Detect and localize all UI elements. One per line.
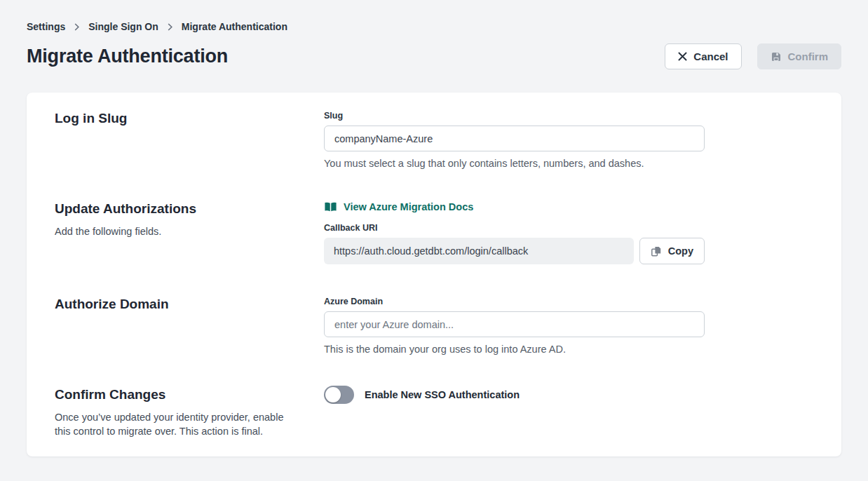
azure-migration-docs-link[interactable]: View Azure Migration Docs [324, 201, 473, 212]
callback-uri-label: Callback URI [324, 223, 705, 233]
azure-domain-helper-text: This is the domain your org uses to log … [324, 344, 705, 355]
confirm-button-label: Confirm [788, 50, 829, 62]
book-icon [324, 201, 337, 212]
breadcrumb-single-sign-on[interactable]: Single Sign On [88, 21, 158, 32]
copy-button-label: Copy [668, 245, 693, 257]
callback-uri-value[interactable] [324, 238, 634, 264]
section-heading: Log in Slug [55, 111, 324, 126]
page-header: Settings Single Sign On Migrate Authenti… [0, 0, 868, 69]
section-description: Add the following fields. [55, 224, 293, 238]
azure-domain-input[interactable] [324, 311, 705, 337]
save-icon [771, 51, 782, 62]
section-update-authorizations: Update Authorizations Add the following … [55, 201, 813, 264]
enable-sso-toggle-label: Enable New SSO Authentication [365, 389, 520, 400]
slug-field-label: Slug [324, 111, 705, 121]
section-heading: Confirm Changes [55, 387, 324, 402]
copy-icon [651, 245, 662, 257]
copy-button[interactable]: Copy [639, 238, 705, 264]
close-icon [678, 52, 687, 61]
page-title: Migrate Authentication [27, 46, 228, 67]
breadcrumb: Settings Single Sign On Migrate Authenti… [27, 21, 841, 32]
azure-domain-label: Azure Domain [324, 297, 705, 306]
slug-input[interactable] [324, 126, 705, 151]
enable-sso-toggle[interactable] [324, 386, 354, 404]
breadcrumb-settings[interactable]: Settings [27, 21, 65, 32]
section-confirm-changes: Confirm Changes Once you’ve updated your… [55, 387, 813, 438]
confirm-button[interactable]: Confirm [757, 43, 842, 69]
section-authorize-domain: Authorize Domain Azure Domain This is th… [55, 297, 813, 355]
settings-card: Log in Slug Slug You must select a slug … [27, 93, 841, 456]
section-heading: Authorize Domain [55, 297, 324, 312]
breadcrumb-migrate-authentication: Migrate Authentication [182, 21, 287, 32]
section-login-slug: Log in Slug Slug You must select a slug … [55, 111, 813, 169]
section-heading: Update Authorizations [55, 201, 324, 217]
toggle-knob [325, 387, 341, 402]
cancel-button-label: Cancel [693, 50, 728, 62]
header-actions: Cancel Confirm [665, 43, 841, 69]
slug-helper-text: You must select a slug that only contain… [324, 158, 705, 169]
docs-link-label: View Azure Migration Docs [344, 201, 473, 212]
chevron-right-icon [74, 23, 79, 31]
cancel-button[interactable]: Cancel [665, 43, 741, 69]
chevron-right-icon [168, 23, 172, 31]
section-description: Once you’ve updated your identity provid… [55, 410, 293, 438]
